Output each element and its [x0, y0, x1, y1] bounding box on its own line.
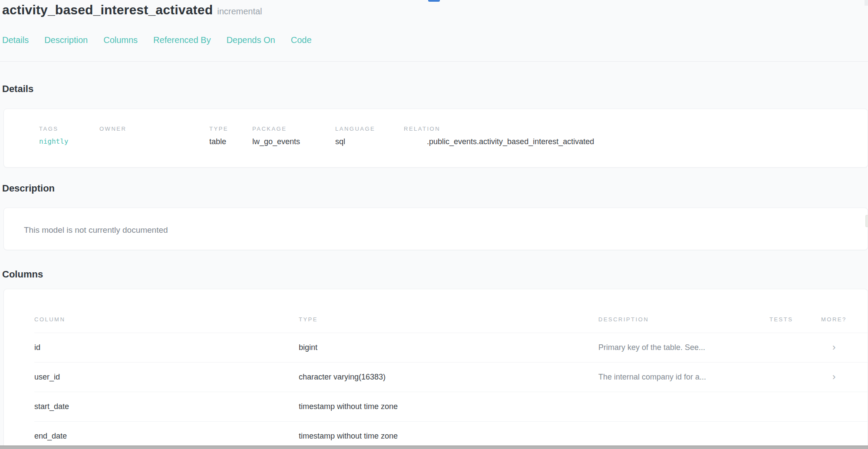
cell-column-type: bigint [299, 343, 598, 352]
page-title: activity_based_interest_activatedincreme… [2, 3, 262, 17]
field-type-label: TYPE [209, 125, 228, 132]
cell-column-type: character varying(16383) [299, 373, 598, 382]
header-more: MORE? [821, 316, 868, 323]
chevron-right-icon[interactable]: › [832, 342, 835, 353]
columns-card: COLUMN TYPE DESCRIPTION TESTS MORE? id b… [3, 289, 868, 449]
tab-depends-on[interactable]: Depends On [226, 35, 275, 45]
header-tests: TESTS [769, 316, 821, 323]
field-type: TYPE table [209, 125, 228, 146]
field-owner: OWNER [99, 125, 126, 137]
section-tabs: Details Description Columns Referenced B… [2, 35, 312, 45]
field-package-value: lw_go_events [252, 137, 300, 146]
tab-referenced-by[interactable]: Referenced By [153, 35, 211, 45]
description-card: This model is not currently documented [3, 208, 868, 250]
field-language: LANGUAGE sql [335, 125, 375, 146]
field-tags-value[interactable]: nightly [39, 137, 68, 145]
field-type-value: table [209, 137, 228, 146]
expand-row-control[interactable]: › [821, 343, 868, 353]
description-section-heading: Description [2, 183, 55, 194]
chevron-right-icon[interactable]: › [832, 371, 835, 382]
clipped-corner-fragment [865, 0, 868, 6]
tab-description[interactable]: Description [44, 35, 88, 45]
cell-column-type: timestamp without time zone [299, 432, 598, 441]
cell-column-description: The internal company id for a... [598, 373, 769, 382]
header-description: DESCRIPTION [598, 316, 769, 323]
field-relation: RELATION .public_events.activity_based_i… [404, 125, 594, 146]
expand-row-control[interactable]: › [821, 372, 868, 382]
cell-column-name: id [34, 343, 299, 352]
description-text: This model is not currently documented [24, 225, 168, 235]
field-tags-label: TAGS [39, 125, 68, 132]
materialization-badge: incremental [217, 7, 262, 16]
table-row-id[interactable]: id bigint Primary key of the table. See.… [34, 333, 868, 362]
header-type: TYPE [299, 316, 598, 323]
cell-column-name: start_date [34, 402, 299, 411]
cell-column-type: timestamp without time zone [299, 402, 598, 411]
header-divider [0, 61, 868, 62]
columns-table-header: COLUMN TYPE DESCRIPTION TESTS MORE? [34, 289, 868, 333]
cell-column-name: end_date [34, 432, 299, 441]
clipped-edge-button-fragment [865, 215, 868, 227]
field-relation-label: RELATION [404, 125, 594, 132]
model-detail-page: activity_based_interest_activatedincreme… [0, 0, 868, 449]
table-row-start-date[interactable]: start_date timestamp without time zone [34, 392, 868, 421]
field-tags: TAGS nightly [39, 125, 68, 145]
field-package: PACKAGE lw_go_events [252, 125, 300, 146]
columns-section-heading: Columns [2, 269, 43, 280]
field-language-label: LANGUAGE [335, 125, 375, 132]
tab-details[interactable]: Details [2, 35, 29, 45]
tab-columns[interactable]: Columns [103, 35, 138, 45]
details-card: TAGS nightly OWNER TYPE table PACKAGE lw… [3, 109, 868, 168]
cell-column-name: user_id [34, 373, 299, 382]
field-language-value: sql [335, 137, 375, 146]
field-relation-value: .public_events.activity_based_interest_a… [427, 137, 594, 146]
table-row-user-id[interactable]: user_id character varying(16383) The int… [34, 362, 868, 392]
field-package-label: PACKAGE [252, 125, 300, 132]
model-name: activity_based_interest_activated [2, 3, 213, 17]
horizontal-scrollbar[interactable] [0, 446, 868, 449]
field-owner-label: OWNER [99, 125, 126, 132]
cell-column-description: Primary key of the table. See... [598, 343, 769, 352]
details-section-heading: Details [2, 83, 33, 95]
tab-code[interactable]: Code [291, 35, 312, 45]
header-column: COLUMN [34, 316, 299, 323]
table-row-end-date[interactable]: end_date timestamp without time zone [34, 421, 868, 449]
columns-table: COLUMN TYPE DESCRIPTION TESTS MORE? id b… [4, 289, 868, 449]
clipped-link-fragment [428, 0, 440, 2]
